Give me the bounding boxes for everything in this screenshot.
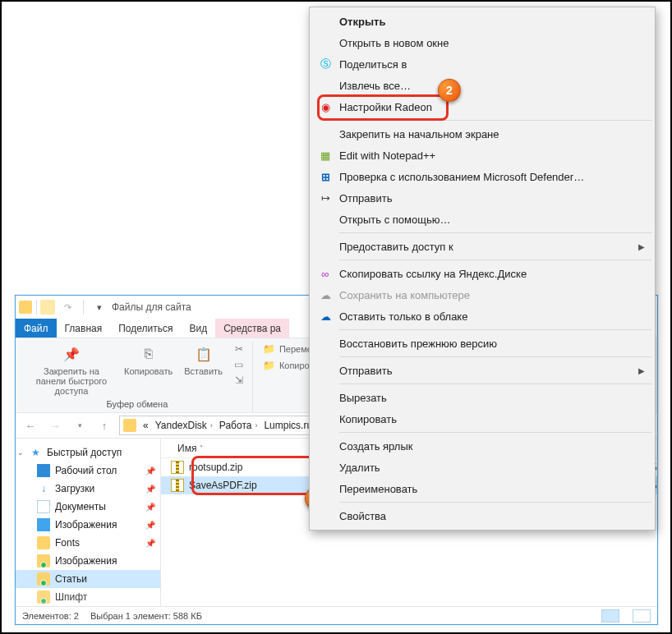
ctx-cut[interactable]: Вырезать	[311, 387, 653, 408]
ctx-yadisk-copy-link[interactable]: ∞Скопировать ссылку на Яндекс.Диске	[311, 263, 653, 284]
ctx-create-shortcut[interactable]: Создать ярлык	[311, 435, 653, 457]
nav-pictures2[interactable]: Изображения	[16, 552, 160, 570]
nav-forward-button[interactable]: →	[45, 416, 65, 435]
nav-fonts[interactable]: Fonts📌	[16, 534, 160, 552]
copy-icon: ⎘	[138, 343, 159, 365]
path-icon: ▭	[232, 358, 246, 371]
breadcrumb-rabota[interactable]: Работа›	[216, 420, 261, 431]
view-large-button[interactable]	[633, 609, 651, 623]
breadcrumb-lumpics[interactable]: Lumpics.ru	[260, 420, 315, 431]
folder-icon	[37, 536, 50, 549]
breadcrumb-yandexdisk[interactable]: YandexDisk›	[152, 420, 216, 431]
submenu-arrow-icon: ▶	[638, 242, 645, 251]
radeon-icon: ◉	[318, 99, 333, 114]
nav-pane: ⌄★Быстрый доступ Рабочий стол📌 ↓Загрузки…	[16, 439, 161, 606]
ctx-separator	[339, 120, 651, 121]
sync-badge-icon	[40, 598, 47, 604]
breadcrumb-chevron-left[interactable]: «	[140, 420, 152, 431]
nav-desktop[interactable]: Рабочий стол📌	[16, 462, 160, 480]
cloud-icon: ☁	[318, 309, 333, 324]
ctx-open-new-window[interactable]: Открыть в новом окне	[311, 32, 653, 53]
context-menu: Открыть Открыть в новом окне ⓈПоделиться…	[309, 7, 656, 531]
zip-icon	[171, 479, 184, 492]
status-selection: Выбран 1 элемент: 588 КБ	[90, 611, 202, 621]
ctx-send-to[interactable]: Отправить▶	[311, 360, 653, 381]
paste-shortcut-button[interactable]: ⇲	[231, 373, 247, 388]
nav-font-cut[interactable]: Шпифт	[16, 588, 160, 606]
col-name[interactable]: Имя˄	[171, 443, 311, 454]
copy-path-button[interactable]: ▭	[231, 357, 247, 372]
ctx-give-access[interactable]: Предоставить доступ к▶	[311, 236, 653, 257]
file-name: rootsupd.zip	[189, 462, 312, 473]
ctx-separator	[339, 384, 651, 384]
ctx-extract-all[interactable]: Извлечь все…	[311, 75, 653, 96]
nav-documents[interactable]: Документы📌	[16, 498, 160, 516]
tab-file[interactable]: Файл	[16, 319, 57, 338]
notepadpp-icon: ▦	[318, 148, 333, 163]
ctx-separator	[339, 356, 651, 357]
downloads-icon: ↓	[37, 482, 50, 495]
documents-icon	[37, 500, 50, 513]
nav-recent-button[interactable]: ▾	[70, 416, 90, 435]
tab-view[interactable]: Вид	[181, 319, 215, 338]
defender-icon: ⊞	[318, 169, 333, 184]
app-icon	[19, 301, 32, 314]
view-details-button[interactable]	[601, 609, 619, 623]
ctx-delete[interactable]: Удалить	[311, 457, 653, 478]
ctx-separator	[339, 260, 651, 260]
quick-dropdown-icon[interactable]: ▾	[92, 300, 107, 315]
ctx-separator	[339, 502, 651, 503]
scissors-icon: ✂	[232, 342, 246, 356]
tab-home[interactable]: Главная	[57, 319, 111, 338]
pin-icon: 📌	[145, 539, 155, 548]
ctx-save-pc: ☁Сохранить на компьютере	[311, 284, 653, 306]
ctx-separator	[339, 232, 651, 233]
ctx-open-with[interactable]: Открыть с помощью…	[311, 209, 653, 230]
nav-up-button[interactable]: ↑	[94, 416, 114, 435]
shortcut-icon: ⇲	[232, 374, 246, 387]
desktop-icon	[37, 464, 50, 477]
pin-icon: 📌	[145, 503, 155, 512]
ctx-radeon-settings[interactable]: ◉Настройки Radeon	[311, 96, 653, 117]
quick-undo-icon[interactable]: ↷	[60, 300, 75, 315]
sync-badge-icon	[40, 562, 47, 568]
nav-pictures[interactable]: Изображения📌	[16, 516, 160, 534]
share-icon: ↦	[318, 191, 333, 205]
cloud-check-icon: ☁	[318, 287, 333, 302]
ctx-pin-start[interactable]: Закрепить на начальном экране	[311, 123, 653, 145]
tab-tools[interactable]: Средства ра	[215, 319, 289, 338]
pin-quick-access-button[interactable]: 📌 Закрепить на панели быстрого доступа	[27, 342, 116, 397]
annotation-badge-2: 2	[438, 79, 461, 102]
star-icon: ★	[29, 446, 42, 459]
move-icon: 📁	[263, 342, 276, 356]
copy-button[interactable]: ⎘ Копировать	[121, 342, 176, 397]
ctx-separator	[339, 432, 651, 433]
pin-icon: 📌	[145, 466, 155, 476]
quick-save-icon[interactable]	[40, 300, 55, 315]
ctx-cloud-only[interactable]: ☁Оставить только в облаке	[311, 306, 653, 327]
ctx-defender-scan[interactable]: ⊞Проверка с использованием Microsoft Def…	[311, 166, 653, 187]
ctx-copy[interactable]: Копировать	[311, 408, 653, 430]
ctx-share[interactable]: ↦Отправить	[311, 187, 653, 209]
submenu-arrow-icon: ▶	[638, 366, 645, 375]
ctx-restore-version[interactable]: Восстановить прежнюю версию	[311, 333, 653, 354]
folder-icon	[123, 419, 136, 432]
ctx-edit-notepadpp[interactable]: ▦Edit with Notepad++	[311, 145, 653, 166]
paste-button[interactable]: 📋 Вставить	[181, 342, 226, 397]
ctx-open[interactable]: Открыть	[311, 11, 653, 32]
paste-icon: 📋	[193, 343, 214, 365]
link-icon: ∞	[318, 266, 333, 281]
nav-downloads[interactable]: ↓Загрузки📌	[16, 480, 160, 498]
clipboard-group-label: Буфер обмена	[107, 397, 168, 411]
ctx-properties[interactable]: Свойства	[311, 505, 653, 526]
nav-quick-access[interactable]: ⌄★Быстрый доступ	[16, 443, 160, 462]
ctx-rename[interactable]: Переименовать	[311, 478, 653, 499]
nav-back-button[interactable]: ←	[21, 416, 40, 435]
ctx-share-skype[interactable]: ⓈПоделиться в	[311, 53, 653, 75]
window-title: Файлы для сайта	[112, 301, 191, 313]
pictures-icon	[37, 518, 50, 531]
cut-small-button[interactable]: ✂	[231, 342, 247, 356]
nav-articles[interactable]: Статьи	[16, 570, 160, 588]
skype-icon: Ⓢ	[318, 57, 333, 71]
tab-share[interactable]: Поделиться	[110, 319, 181, 338]
